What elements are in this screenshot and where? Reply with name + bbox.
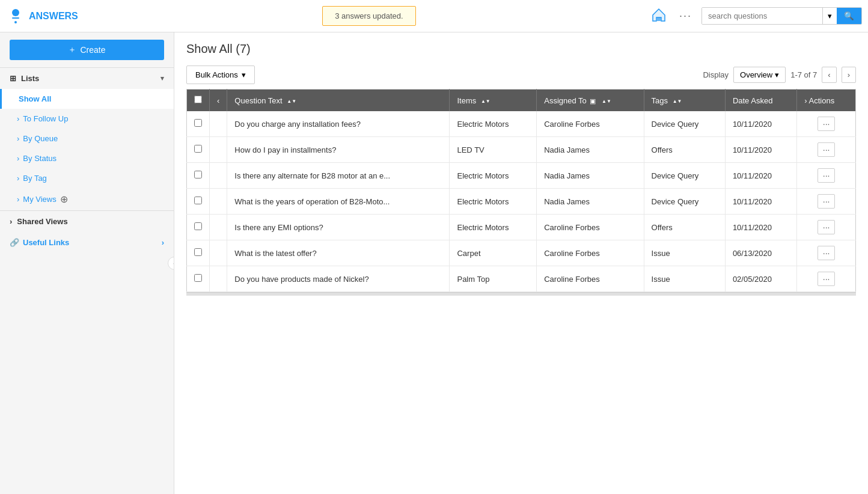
select-all-checkbox[interactable]: [194, 96, 202, 103]
row-action-button[interactable]: ···: [818, 220, 836, 234]
sidebar-my-views-label: My Views: [23, 195, 56, 204]
actions-label: Actions: [809, 96, 835, 105]
sidebar-item-by-tag[interactable]: › By Tag: [0, 168, 174, 188]
sidebar-by-queue-label: By Queue: [23, 134, 58, 143]
th-question-text[interactable]: Question Text ▲▼: [227, 90, 450, 112]
my-views-add-button[interactable]: ⊕: [60, 194, 68, 205]
row-date-asked: 10/11/2020: [725, 215, 796, 240]
search-dropdown-button[interactable]: ▾: [822, 8, 837, 24]
row-items: Electric Motors: [450, 111, 537, 137]
row-items: LED TV: [450, 137, 537, 163]
home-button[interactable]: [648, 4, 670, 28]
pagination-next-button[interactable]: ›: [842, 67, 856, 83]
sidebar-item-to-follow-up[interactable]: › To Follow Up: [0, 109, 174, 129]
row-expand: [210, 215, 227, 240]
row-items: Electric Motors: [450, 215, 537, 240]
row-actions-cell: ···: [797, 163, 856, 189]
th-assigned-to[interactable]: Assigned To ▣ ▲▼: [537, 90, 644, 112]
th-select-all: [187, 90, 210, 112]
row-action-button[interactable]: ···: [818, 168, 836, 183]
search-submit-button[interactable]: 🔍: [837, 8, 861, 24]
th-actions: › Actions: [797, 90, 856, 112]
chevron-right-icon: ›: [162, 238, 164, 247]
row-checkbox-cell: [187, 215, 210, 240]
display-label: Display: [703, 70, 729, 79]
page-title: Show All (7): [186, 42, 856, 56]
row-action-button[interactable]: ···: [818, 246, 836, 260]
question-text-label: Question Text: [234, 96, 282, 105]
row-assigned-to: Nadia James: [537, 189, 644, 215]
row-question-text[interactable]: Do you charge any installation fees?: [227, 111, 450, 137]
row-items: Carpet: [450, 240, 537, 266]
row-tags: Device Query: [644, 189, 725, 215]
row-expand: [210, 137, 227, 163]
table-row: What is the latest offer? Carpet Carolin…: [187, 240, 856, 266]
th-tags[interactable]: Tags ▲▼: [644, 90, 725, 112]
row-question-text[interactable]: Do you have products made of Nickel?: [227, 266, 450, 292]
row-checkbox[interactable]: [194, 197, 202, 204]
plus-icon: ＋: [68, 44, 76, 55]
sidebar: ＋ Create ⊞ Lists ▾ Show All › To Follow …: [0, 32, 174, 494]
sidebar-shared-views-label: Shared Views: [17, 217, 67, 226]
row-expand: [210, 240, 227, 266]
sort-icon: ▲▼: [602, 99, 611, 104]
row-action-button[interactable]: ···: [818, 142, 836, 157]
row-checkbox[interactable]: [194, 222, 202, 230]
sidebar-item-by-status[interactable]: › By Status: [0, 148, 174, 168]
chevron-right-icon: ›: [10, 217, 12, 226]
table-row: What is the years of operation of B28-Mo…: [187, 189, 856, 215]
th-nav: ‹: [210, 90, 227, 112]
search-input[interactable]: [702, 8, 822, 24]
th-date-asked[interactable]: Date Asked: [725, 90, 796, 112]
row-assigned-to: Caroline Forbes: [537, 111, 644, 137]
row-date-asked: 02/05/2020: [725, 266, 796, 292]
row-question-text[interactable]: What is the years of operation of B28-Mo…: [227, 189, 450, 215]
sidebar-item-show-all[interactable]: Show All: [0, 89, 174, 109]
svg-rect-1: [12, 17, 19, 19]
row-date-asked: 10/11/2020: [725, 163, 796, 189]
more-options-button[interactable]: ···: [674, 7, 697, 25]
bulk-actions-button[interactable]: Bulk Actions ▾: [186, 66, 255, 84]
sidebar-lists-label: Lists: [21, 74, 39, 83]
row-actions-cell: ···: [797, 189, 856, 215]
pagination-prev-button[interactable]: ‹: [822, 67, 836, 83]
row-checkbox[interactable]: [194, 145, 202, 153]
row-question-text[interactable]: Is there any alternate for B28 motor at …: [227, 163, 450, 189]
sidebar-item-my-views[interactable]: › My Views ⊕: [0, 188, 174, 210]
row-checkbox[interactable]: [194, 119, 202, 127]
row-checkbox[interactable]: [194, 171, 202, 178]
sidebar-show-all-label: Show All: [19, 94, 51, 103]
row-assigned-to: Caroline Forbes: [537, 215, 644, 240]
app-name: ANSWERS: [29, 11, 78, 22]
row-checkbox-cell: [187, 266, 210, 292]
row-items: Electric Motors: [450, 163, 537, 189]
sidebar-shared-views-header[interactable]: › Shared Views: [0, 211, 174, 232]
chevron-right-icon: ›: [17, 114, 19, 123]
row-tags: Offers: [644, 137, 725, 163]
row-action-button[interactable]: ···: [818, 117, 836, 131]
chevron-right-icon: ›: [17, 195, 19, 204]
row-action-button[interactable]: ···: [818, 194, 836, 209]
chevron-right-icon: ›: [17, 134, 19, 143]
table-row: Is there any alternate for B28 motor at …: [187, 163, 856, 189]
date-asked-label: Date Asked: [733, 96, 773, 105]
th-items[interactable]: Items ▲▼: [450, 90, 537, 112]
row-expand: [210, 189, 227, 215]
row-tags: Issue: [644, 266, 725, 292]
row-action-button[interactable]: ···: [818, 272, 836, 286]
topbar-right: ··· ▾ 🔍: [648, 4, 862, 28]
sidebar-item-useful-links[interactable]: 🔗 Useful Links ›: [0, 232, 174, 253]
sidebar-lists-header[interactable]: ⊞ Lists ▾: [0, 68, 174, 89]
actions-arrow: ›: [804, 96, 807, 105]
sidebar-to-follow-up-label: To Follow Up: [23, 114, 68, 123]
row-date-asked: 06/13/2020: [725, 240, 796, 266]
sidebar-collapse-button[interactable]: ‹: [168, 257, 174, 270]
row-checkbox[interactable]: [194, 248, 202, 256]
row-checkbox[interactable]: [194, 274, 202, 282]
display-dropdown[interactable]: Overview ▾: [733, 67, 786, 83]
sidebar-item-by-queue[interactable]: › By Queue: [0, 129, 174, 148]
row-question-text[interactable]: What is the latest offer?: [227, 240, 450, 266]
row-question-text[interactable]: How do I pay in installments?: [227, 137, 450, 163]
create-button[interactable]: ＋ Create: [10, 40, 164, 60]
row-question-text[interactable]: Is there any EMI options?: [227, 215, 450, 240]
